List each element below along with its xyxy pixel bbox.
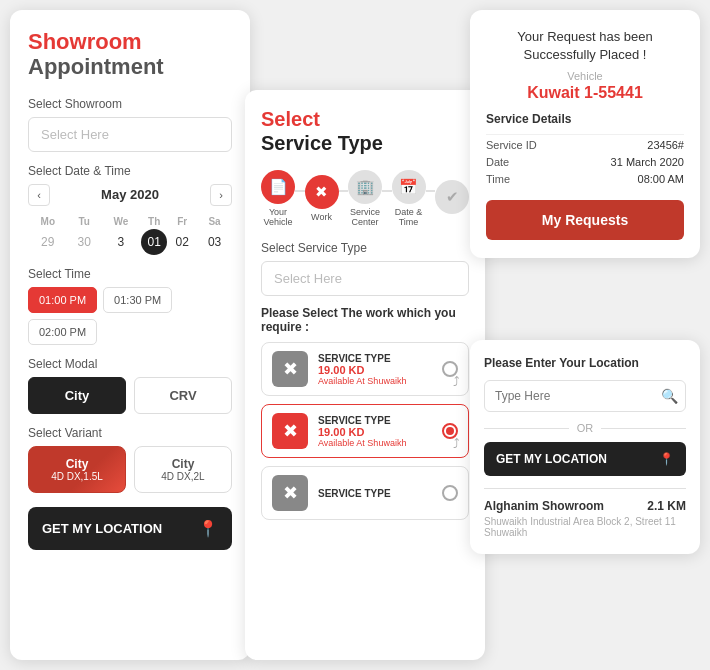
location-input-wrap: 🔍: [484, 380, 686, 412]
select-showroom-input[interactable]: Select Here: [28, 117, 232, 152]
time-button-1[interactable]: 01:00 PM: [28, 287, 97, 313]
location-input[interactable]: [484, 380, 686, 412]
step-line: [426, 190, 436, 192]
service-item-2[interactable]: ✖ SERVICE TYPE 19.00 KD Available At Shu…: [261, 404, 469, 458]
success-panel: Your Request has been Successfully Place…: [470, 10, 700, 258]
calendar-prev-button[interactable]: ‹: [28, 184, 50, 206]
step-work: ✖ Work: [305, 175, 339, 222]
cal-header-th: Th: [141, 214, 167, 229]
cal-day-selected[interactable]: 01: [141, 229, 167, 255]
service-info-1: SERVICE TYPE 19.00 KD Available At Shuwa…: [318, 353, 436, 386]
variant-label: Select Variant: [28, 426, 232, 440]
service-type-label-2: SERVICE TYPE: [318, 415, 436, 426]
cal-header-sa: Sa: [197, 214, 232, 229]
step-circle-vehicle: 📄: [261, 170, 295, 204]
success-message: Your Request has been Successfully Place…: [486, 28, 684, 64]
calendar-month: May 2020: [101, 187, 159, 202]
detail-value-time: 08:00 AM: [638, 173, 684, 185]
select-service-label: Select Service Type: [261, 241, 469, 255]
select-service-title-black: Service Type: [261, 130, 469, 156]
detail-row-time: Time 08:00 AM: [486, 173, 684, 185]
or-text: OR: [577, 422, 594, 434]
left-panel: Showroom Appointment Select Showroom Sel…: [10, 10, 250, 660]
vehicle-id: Kuwait 1-55441: [486, 84, 684, 102]
step-line: [295, 190, 305, 192]
step-datetime: 📅 Date & Time: [392, 170, 426, 227]
detail-row-date: Date 31 March 2020: [486, 156, 684, 168]
service-avail-1: Available At Shuwaikh: [318, 376, 436, 386]
share-icon-2: ⤴: [453, 436, 460, 451]
detail-label-time: Time: [486, 173, 510, 185]
my-requests-button[interactable]: My Requests: [486, 200, 684, 240]
calendar-nav: ‹ May 2020 ›: [28, 184, 232, 206]
get-location-button[interactable]: GET MY LOCATION 📍: [28, 507, 232, 550]
showroom-distance: 2.1 KM: [647, 499, 686, 513]
service-radio-3[interactable]: [442, 485, 458, 501]
service-icon-3: ✖: [272, 475, 308, 511]
time-button-3[interactable]: 02:00 PM: [28, 319, 97, 345]
or-divider: OR: [484, 422, 686, 434]
cal-day[interactable]: 29: [28, 229, 68, 255]
service-item-3[interactable]: ✖ SERVICE TYPE: [261, 466, 469, 520]
variant-selector: City 4D DX,1.5L City 4D DX,2L: [28, 446, 232, 493]
get-location-label: GET MY LOCATION: [496, 452, 607, 466]
step-label-vehicle: Your Vehicle: [261, 207, 295, 227]
showroom-result-row: Alghanim Showroom 2.1 KM: [484, 499, 686, 513]
search-icon: 🔍: [661, 388, 678, 404]
service-details-title: Service Details: [486, 112, 684, 126]
detail-value-date: 31 March 2020: [611, 156, 684, 168]
step-confirm: ✔: [435, 180, 469, 217]
cal-day[interactable]: 03: [197, 229, 232, 255]
step-label-service: Service Center: [348, 207, 382, 227]
cal-day[interactable]: 30: [68, 229, 101, 255]
step-line: [382, 190, 392, 192]
variant-name: City: [37, 457, 117, 471]
please-select-label: Please Select The work which you require…: [261, 306, 469, 334]
select-showroom-label: Select Showroom: [28, 97, 232, 111]
variant-button-city-dx2[interactable]: City 4D DX,2L: [134, 446, 232, 493]
get-my-location-button[interactable]: GET MY LOCATION 📍: [484, 442, 686, 476]
app-title-appointment: Appointment: [28, 54, 232, 80]
cal-day[interactable]: 02: [167, 229, 197, 255]
select-datetime-label: Select Date & Time: [28, 164, 232, 178]
time-label: Select Time: [28, 267, 232, 281]
calendar-next-button[interactable]: ›: [210, 184, 232, 206]
location-panel: Please Enter Your Location 🔍 OR GET MY L…: [470, 340, 700, 554]
share-icon-1: ⤴: [453, 374, 460, 389]
service-icon-1: ✖: [272, 351, 308, 387]
service-type-panel: Select Service Type 📄 Your Vehicle ✖ Wor…: [245, 90, 485, 660]
cal-header-tu: Tu: [68, 214, 101, 229]
showroom-result: Alghanim Showroom 2.1 KM Shuwaikh Indust…: [484, 488, 686, 538]
step-your-vehicle: 📄 Your Vehicle: [261, 170, 295, 227]
step-label-work: Work: [311, 212, 332, 222]
modal-label: Select Modal: [28, 357, 232, 371]
service-icon-2: ✖: [272, 413, 308, 449]
showroom-name: Alghanim Showroom: [484, 499, 604, 513]
service-item-1[interactable]: ✖ SERVICE TYPE 19.00 KD Available At Shu…: [261, 342, 469, 396]
or-line-left: [484, 428, 569, 429]
step-service-center: 🏢 Service Center: [348, 170, 382, 227]
service-avail-2: Available At Shuwaikh: [318, 438, 436, 448]
time-selector: 01:00 PM 01:30 PM 02:00 PM: [28, 287, 232, 345]
detail-value-service-id: 23456#: [647, 139, 684, 151]
variant-name: City: [143, 457, 223, 471]
time-button-2[interactable]: 01:30 PM: [103, 287, 172, 313]
service-type-label-3: SERVICE TYPE: [318, 488, 436, 499]
modal-button-crv[interactable]: CRV: [134, 377, 232, 414]
location-title: Please Enter Your Location: [484, 356, 686, 370]
step-line: [339, 190, 349, 192]
detail-label-date: Date: [486, 156, 509, 168]
cal-header-mo: Mo: [28, 214, 68, 229]
select-service-input[interactable]: Select Here: [261, 261, 469, 296]
variant-button-city-dx15[interactable]: City 4D DX,1.5L: [28, 446, 126, 493]
step-circle-service: 🏢: [348, 170, 382, 204]
or-line-right: [601, 428, 686, 429]
step-circle-datetime: 📅: [392, 170, 426, 204]
cal-day[interactable]: 3: [101, 229, 141, 255]
vehicle-label: Vehicle: [486, 70, 684, 82]
variant-sub: 4D DX,2L: [143, 471, 223, 482]
detail-divider: [486, 134, 684, 135]
service-type-label-1: SERVICE TYPE: [318, 353, 436, 364]
modal-button-city[interactable]: City: [28, 377, 126, 414]
modal-selector: City CRV: [28, 377, 232, 414]
